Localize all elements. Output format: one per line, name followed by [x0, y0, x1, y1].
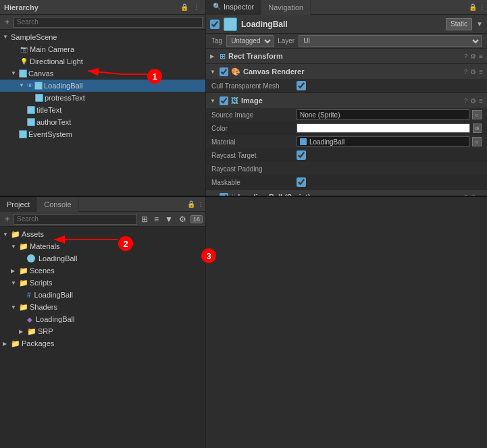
project-search-input[interactable] — [14, 214, 137, 225]
packages-folder[interactable]: ▶ 📁 Packages — [0, 337, 205, 349]
hierarchy-event-system[interactable]: EventSystem — [0, 128, 205, 140]
hierarchy-title-text[interactable]: titleText — [0, 104, 205, 116]
srp-folder[interactable]: ▶ 📁 SRP — [0, 325, 205, 337]
color-pick-btn[interactable]: ⊙ — [473, 123, 482, 133]
image-enabled[interactable] — [220, 96, 228, 105]
loadingball-shader-item[interactable]: ◆ LoadingBall — [0, 313, 205, 325]
hierarchy-search-input[interactable] — [14, 17, 203, 28]
hierarchy-protress-text[interactable]: protressText — [0, 92, 205, 104]
canvas-renderer-menu-icon[interactable]: ≡ — [479, 68, 483, 76]
loadingball-shader-icon: ◆ — [27, 316, 32, 323]
inspector-menu-icon[interactable]: ⋮ — [478, 3, 487, 12]
protress-text-label: protressText — [45, 94, 85, 102]
canvas-renderer-header[interactable]: ▼ 🎨 Canvas Renderer ? ⚙ ≡ — [206, 64, 487, 79]
navigation-tab[interactable]: Navigation — [261, 0, 311, 15]
materials-folder[interactable]: ▼ 📁 Materials — [0, 240, 205, 252]
color-swatch[interactable] — [297, 123, 470, 133]
scenes-folder[interactable]: ▶ 📁 Scenes — [0, 264, 205, 277]
srp-folder-icon: 📁 — [27, 327, 36, 336]
project-lock-icon[interactable]: 🔒 — [186, 200, 196, 209]
hierarchy-tree: ▼ SampleScene 📷 Main Camera 💡 Directiona… — [0, 30, 205, 196]
hierarchy-main-camera[interactable]: 📷 Main Camera — [0, 43, 205, 55]
project-badge: 16 — [190, 215, 203, 223]
rect-transform-icon: ⊞ — [220, 52, 226, 61]
project-tab[interactable]: Project — [0, 197, 37, 212]
project-list-btn[interactable]: ≡ — [152, 214, 161, 225]
material-ref[interactable]: LoadingBall — [297, 136, 469, 147]
source-image-ref[interactable]: None (Sprite) — [297, 109, 469, 120]
hierarchy-author-text[interactable]: authorText — [0, 116, 205, 128]
mat-spacer — [19, 254, 26, 262]
hierarchy-add-btn[interactable]: + — [3, 17, 11, 28]
event-spacer — [11, 131, 18, 138]
canvas-renderer-enabled[interactable] — [220, 67, 228, 76]
hierarchy-directional-light[interactable]: 💡 Directional Light — [0, 55, 205, 67]
author-spacer — [19, 119, 26, 125]
scripts-folder[interactable]: ▼ 📁 Scripts — [0, 277, 205, 289]
loadingball-script-item[interactable]: # LoadingBall — [0, 289, 205, 301]
hierarchy-header: Hierarchy 🔒 ⋮ — [0, 0, 205, 15]
navigation-tab-label: Navigation — [268, 3, 303, 11]
script-settings-icon[interactable]: ⚙ — [470, 194, 476, 196]
hierarchy-scene-item[interactable]: ▼ SampleScene — [0, 31, 205, 43]
layer-dropdown[interactable]: UI — [299, 35, 482, 47]
inspector-lock-icon[interactable]: 🔒 — [468, 3, 478, 12]
rect-transform-settings-icon[interactable]: ⚙ — [470, 53, 476, 60]
loadingball-material-item[interactable]: LoadingBall — [0, 252, 205, 264]
canvas-renderer-settings-icon[interactable]: ⚙ — [470, 68, 476, 76]
materials-arrow: ▼ — [11, 244, 18, 250]
static-dropdown-icon[interactable]: ▼ — [476, 20, 483, 28]
script-arrow: ▼ — [210, 194, 217, 196]
protress-cube-icon — [35, 94, 43, 102]
scripts-arrow: ▼ — [11, 280, 18, 286]
materials-label: Materials — [30, 242, 60, 250]
raycast-padding-row: Raycast Padding — [206, 162, 487, 175]
rect-transform-menu-icon[interactable]: ≡ — [479, 53, 483, 60]
materials-folder-icon: 📁 — [19, 242, 28, 251]
assets-folder[interactable]: ▼ 📁 Assets — [0, 228, 205, 240]
loadingball-label: LoadingBall — [44, 82, 83, 90]
assets-folder-icon: 📁 — [11, 230, 20, 239]
hierarchy-lock-icon[interactable]: 🔒 — [180, 3, 189, 12]
raycast-padding-label: Raycast Padding — [211, 165, 292, 173]
material-ref-icon — [300, 138, 307, 145]
static-button[interactable]: Static — [446, 18, 472, 30]
script-help-icon[interactable]: ? — [464, 194, 467, 196]
console-tab[interactable]: Console — [37, 197, 78, 212]
project-menu-icon[interactable]: ⋮ — [196, 200, 205, 209]
tag-dropdown[interactable]: Untagged — [226, 35, 274, 47]
raycast-target-checkbox[interactable] — [297, 150, 306, 160]
hierarchy-menu-icon[interactable]: ⋮ — [192, 3, 201, 12]
source-image-row: Source Image None (Sprite) ○ — [206, 108, 487, 121]
canvas-renderer-section: ▼ 🎨 Canvas Renderer ? ⚙ ≡ Cull Transpare… — [206, 64, 487, 93]
canvas-renderer-help-icon[interactable]: ? — [464, 68, 467, 75]
loadingball-mat-label: LoadingBall — [39, 254, 78, 262]
object-enabled-checkbox[interactable] — [210, 20, 220, 29]
image-arrow: ▼ — [210, 98, 217, 104]
hierarchy-canvas[interactable]: ▼ Canvas — [0, 67, 205, 80]
project-settings-btn[interactable]: ⚙ — [177, 214, 188, 225]
inspector-scrollable[interactable]: ▶ ⊞ Rect Transform ? ⚙ ≡ ▼ 🎨 Canvas Rend — [206, 49, 487, 196]
inspector-object-header: LoadingBall Static ▼ — [206, 15, 487, 34]
script-menu-icon[interactable]: ≡ — [479, 194, 483, 196]
shaders-folder[interactable]: ▼ 📁 Shaders — [0, 301, 205, 313]
script-enabled[interactable] — [220, 193, 228, 196]
material-pick-btn[interactable]: ○ — [472, 137, 482, 146]
project-add-btn[interactable]: + — [3, 214, 11, 225]
image-header[interactable]: ▼ 🖼 Image ? ⚙ ≡ — [206, 93, 487, 108]
loading-ball-script-header[interactable]: ▼ # Loading Ball (Script) ? ⚙ ≡ — [206, 190, 487, 196]
project-view-btn[interactable]: ⊞ — [139, 214, 150, 225]
image-help-icon[interactable]: ? — [464, 97, 467, 104]
color-label: Color — [211, 125, 292, 132]
script-name: Loading Ball (Script) — [238, 193, 460, 196]
rect-transform-header[interactable]: ▶ ⊞ Rect Transform ? ⚙ ≡ — [206, 49, 487, 63]
source-image-pick-btn[interactable]: ○ — [472, 110, 482, 119]
image-settings-icon[interactable]: ⚙ — [470, 97, 476, 105]
hierarchy-loading-ball[interactable]: ▼ 👁 LoadingBall — [0, 80, 205, 92]
project-filter-btn[interactable]: ▼ — [163, 214, 175, 225]
image-menu-icon[interactable]: ≡ — [479, 97, 483, 105]
cull-checkbox[interactable] — [297, 81, 306, 90]
rect-transform-help-icon[interactable]: ? — [464, 53, 467, 59]
maskable-checkbox[interactable] — [297, 177, 306, 187]
inspector-tab[interactable]: 🔍 Inspector — [206, 0, 261, 15]
